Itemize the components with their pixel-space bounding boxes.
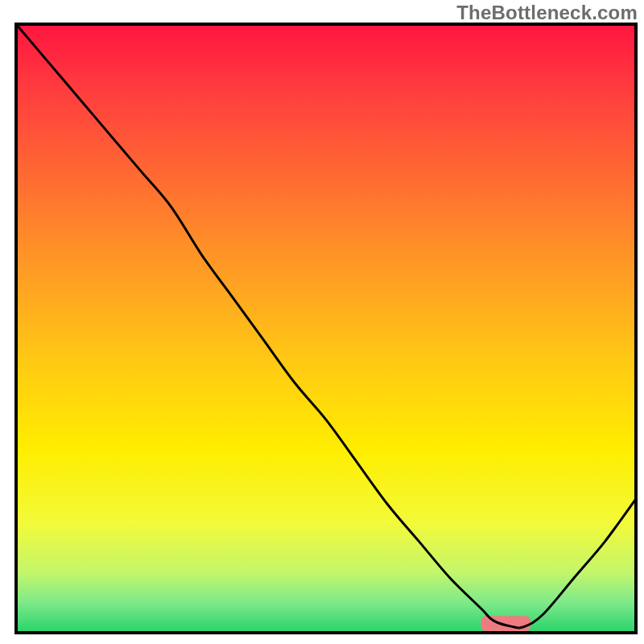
plot-background — [16, 24, 636, 633]
bottleneck-chart — [0, 0, 644, 644]
chart-wrap: TheBottleneck.com — [0, 0, 644, 644]
optimum-marker — [481, 616, 531, 631]
